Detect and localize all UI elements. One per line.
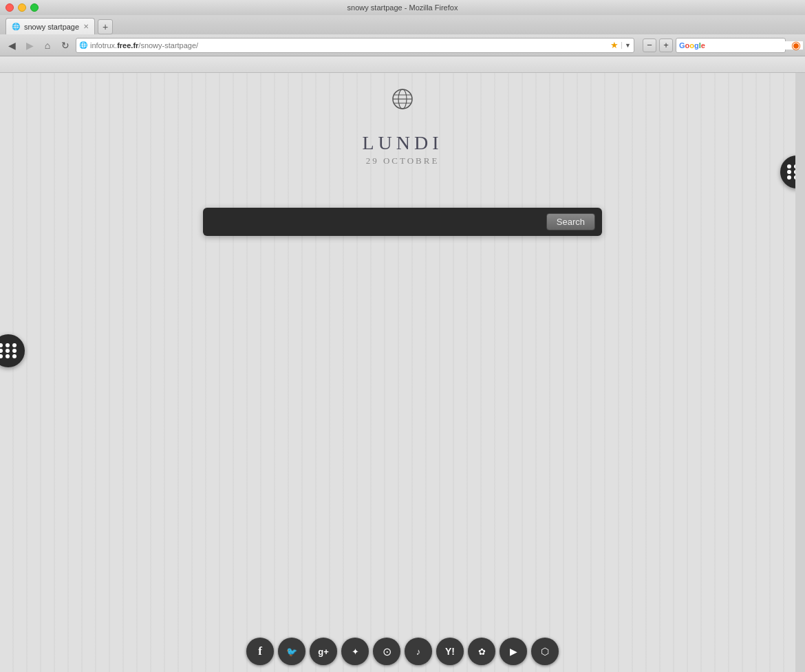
nav-bar: ◀ ▶ ⌂ ↻ 🌐 infotrux.free.fr/snowy-startpa… — [0, 34, 805, 56]
rss-feed-icon[interactable]: ◉ — [791, 39, 801, 52]
reload-button[interactable]: ↻ — [58, 38, 73, 53]
bookmark-star-icon[interactable]: ★ — [610, 40, 619, 50]
zoom-out-button[interactable]: − — [643, 39, 656, 52]
date-display: LUNDI 29 OCTOBRE — [362, 132, 442, 166]
handle-dots-left — [0, 343, 18, 358]
google-search-bar[interactable]: Google 🔍 — [676, 38, 786, 53]
maximize-button[interactable] — [30, 3, 39, 12]
back-button[interactable]: ◀ — [4, 38, 19, 53]
google-icon: Google — [679, 41, 705, 50]
url-bar[interactable]: 🌐 infotrux.free.fr/snowy-startpage/ ★ ▼ — [76, 38, 634, 53]
bookmark-bar — [0, 56, 805, 73]
search-button[interactable]: Search — [546, 213, 595, 230]
dribbble-icon[interactable]: ⊙ — [373, 638, 400, 665]
browser-title: snowy startpage - Mozilla Firefox — [347, 3, 458, 12]
url-display: infotrux.free.fr/snowy-startpage/ — [90, 41, 608, 50]
twitter-icon[interactable]: 🐦 — [278, 638, 305, 665]
play-icon[interactable]: ▶ — [500, 638, 527, 665]
search-area: Search — [203, 208, 602, 236]
google-plus-icon[interactable]: g+ — [310, 638, 337, 665]
url-dropdown-icon[interactable]: ▼ — [621, 42, 631, 49]
title-bar: snowy startpage - Mozilla Firefox — [0, 0, 805, 15]
close-button[interactable] — [6, 3, 14, 12]
date-text: 29 OCTOBRE — [362, 155, 442, 166]
active-tab[interactable]: 🌐 snowy startpage ✕ — [6, 18, 95, 34]
lastfm-icon[interactable]: ♪ — [405, 638, 432, 665]
left-handle[interactable] — [0, 334, 25, 367]
search-input[interactable] — [210, 215, 546, 229]
yahoo-icon[interactable]: Y! — [436, 638, 464, 665]
stumbleupon-icon[interactable]: ✦ — [341, 638, 369, 665]
minimize-button[interactable] — [18, 3, 26, 12]
google-search-input[interactable] — [708, 41, 803, 50]
home-button[interactable]: ⌂ — [40, 38, 55, 53]
new-tab-button[interactable]: + — [98, 19, 113, 34]
flickr-icon[interactable]: ✿ — [468, 638, 495, 665]
tab-close-icon[interactable]: ✕ — [83, 23, 89, 30]
bottom-social-icons: f 🐦 g+ ✦ ⊙ ♪ Y! ✿ ▶ ⬡ — [246, 638, 559, 665]
globe-icon-top — [390, 87, 415, 111]
window-controls[interactable] — [6, 3, 39, 12]
new-tab-label: + — [103, 21, 108, 32]
tab-favicon: 🌐 — [12, 23, 20, 30]
tab-label: snowy startpage — [24, 23, 79, 31]
tab-bar: 🌐 snowy startpage ✕ + — [0, 15, 805, 34]
url-favicon: 🌐 — [79, 41, 87, 49]
delicious-icon[interactable]: ⬡ — [531, 638, 559, 665]
browser-content: LUNDI 29 OCTOBRE Search f — [0, 73, 805, 672]
scrollbar[interactable] — [795, 73, 805, 672]
day-name: LUNDI — [362, 132, 442, 154]
facebook-icon[interactable]: f — [246, 638, 274, 665]
page-background: LUNDI 29 OCTOBRE Search f — [0, 73, 805, 672]
forward-button[interactable]: ▶ — [22, 38, 37, 53]
zoom-in-button[interactable]: + — [659, 39, 673, 52]
